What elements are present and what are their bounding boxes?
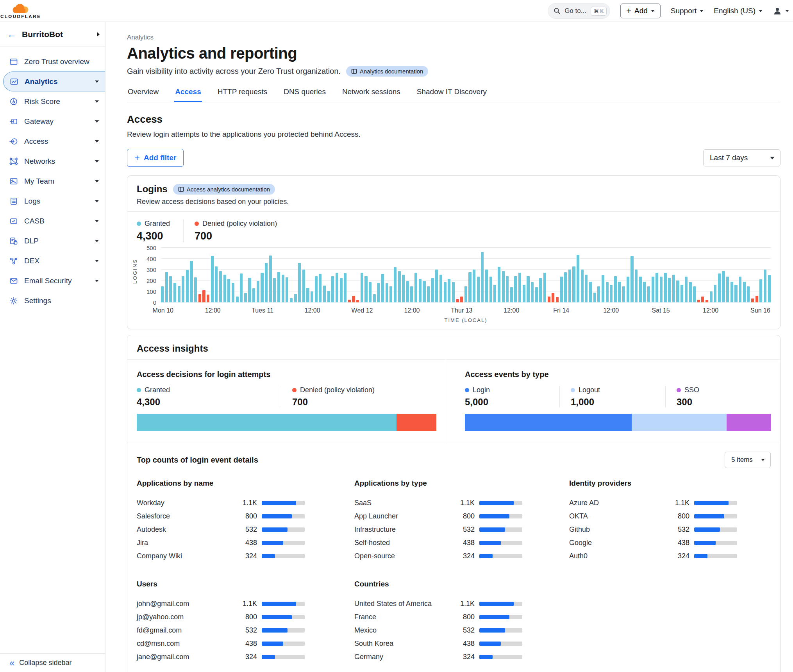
legend-value: 1,000 xyxy=(571,397,652,407)
cloudflare-logo[interactable]: CLOUDFLARE xyxy=(5,3,36,19)
sidebar-item-casb[interactable]: CASB xyxy=(0,211,105,231)
granted-bar xyxy=(502,271,505,302)
row-value: 532 xyxy=(668,525,689,534)
granted-bar xyxy=(219,271,222,302)
top-counts-title: Top counts of login event details xyxy=(137,456,258,465)
row-progress-fill xyxy=(479,655,493,659)
table-row: Germany324 xyxy=(354,650,522,663)
x-tick-label: Sat 15 xyxy=(652,307,670,314)
x-tick-label: 12:00 xyxy=(703,307,718,314)
row-progress-track xyxy=(479,602,522,606)
sidebar-item-risk-score[interactable]: Risk Score xyxy=(0,91,105,111)
granted-bar xyxy=(527,276,529,302)
back-arrow-icon[interactable]: ← xyxy=(7,30,16,39)
granted-bar xyxy=(602,275,604,302)
row-progress-track xyxy=(262,514,305,518)
casb-icon xyxy=(9,217,18,225)
global-search[interactable]: Go to... ⌘ K xyxy=(548,3,610,19)
sidebar-item-email-security[interactable]: Email Security xyxy=(0,271,105,291)
sidebar-item-gateway[interactable]: Gateway xyxy=(0,111,105,131)
access-section-description: Review login attempts to the application… xyxy=(127,130,780,139)
granted-bar xyxy=(680,285,683,302)
granted-bar xyxy=(743,282,746,302)
granted-bar xyxy=(277,272,280,302)
y-tick-label: 500 xyxy=(137,245,156,251)
legend-label: SSO xyxy=(684,386,699,394)
tab-http-requests[interactable]: HTTP requests xyxy=(217,85,268,102)
granted-bar xyxy=(186,270,189,302)
chart-icon xyxy=(10,77,18,86)
access-section-title: Access xyxy=(127,113,780,125)
tab-dns-queries[interactable]: DNS queries xyxy=(283,85,327,102)
account-menu[interactable] xyxy=(773,6,789,16)
table-row: Company Wiki324 xyxy=(137,549,305,563)
chevron-down-icon xyxy=(95,240,99,242)
table-row: fd@gmail.com532 xyxy=(137,624,305,637)
row-value: 324 xyxy=(236,552,257,560)
row-progress-track xyxy=(262,554,305,558)
row-label: Autodesk xyxy=(137,525,236,534)
x-tick-label: Fri 14 xyxy=(553,307,569,314)
granted-bar xyxy=(178,286,180,302)
table-row: Mexico532 xyxy=(354,624,522,637)
denied-bar xyxy=(356,300,359,302)
sidebar-item-networks[interactable]: Networks xyxy=(0,151,105,171)
sidebar-item-dex[interactable]: DEX xyxy=(0,251,105,271)
tab-overview[interactable]: Overview xyxy=(127,85,159,102)
row-value: 532 xyxy=(454,525,475,534)
denied-bar xyxy=(556,297,559,302)
language-menu[interactable]: English (US) xyxy=(714,7,763,15)
table-row: Github532 xyxy=(569,523,737,536)
granted-bar xyxy=(622,286,625,302)
sidebar-item-settings[interactable]: Settings xyxy=(0,291,105,311)
chevron-right-icon[interactable] xyxy=(97,32,100,37)
row-progress-track xyxy=(262,527,305,532)
legend-group-denied-policy-violation-: Denied (policy violation)700 xyxy=(292,386,436,407)
tab-shadow-it-discovery[interactable]: Shadow IT Discovery xyxy=(416,85,488,102)
sidebar-item-analytics[interactable]: Analytics xyxy=(3,71,105,91)
y-tick-label: 100 xyxy=(137,288,156,295)
row-value: 1.1K xyxy=(454,600,475,608)
team-icon xyxy=(9,177,18,186)
granted-bar xyxy=(435,270,438,302)
granted-bar xyxy=(718,273,721,302)
granted-bar xyxy=(169,276,172,302)
row-progress-track xyxy=(262,655,305,659)
row-progress-fill xyxy=(479,602,514,606)
table-row: South Korea438 xyxy=(354,637,522,650)
row-label: Open-source xyxy=(354,552,454,560)
collapse-sidebar-button[interactable]: « Collapse sidebar xyxy=(0,653,105,672)
granted-bar xyxy=(630,256,633,302)
row-label: cd@msn.com xyxy=(137,640,236,648)
granted-bar xyxy=(485,270,488,302)
tab-access[interactable]: Access xyxy=(174,85,202,102)
granted-bar xyxy=(593,293,596,302)
time-range-select[interactable]: Last 7 days xyxy=(703,149,780,166)
sidebar-item-logs[interactable]: Logs xyxy=(0,191,105,211)
row-progress-track xyxy=(479,628,522,633)
tab-network-sessions[interactable]: Network sessions xyxy=(341,85,401,102)
sidebar-item-my-team[interactable]: My Team xyxy=(0,171,105,191)
access-analytics-documentation-badge[interactable]: Access analytics documentation xyxy=(173,184,275,195)
denied-bar xyxy=(751,298,754,302)
stack-segment-logout xyxy=(632,414,727,431)
support-menu[interactable]: Support xyxy=(671,7,704,15)
add-button[interactable]: + Add xyxy=(620,4,661,18)
search-shortcut-badge: ⌘ K xyxy=(591,7,607,16)
x-axis-label: TIME (LOCAL) xyxy=(161,317,771,323)
table-row: Open-source324 xyxy=(354,549,522,563)
chevron-down-icon xyxy=(95,180,99,182)
granted-bar xyxy=(477,277,480,302)
sidebar-item-dlp[interactable]: DLP xyxy=(0,231,105,251)
sidebar-item-zero-trust-overview[interactable]: Zero Trust overview xyxy=(0,52,105,71)
items-count-select[interactable]: 5 items xyxy=(725,452,771,468)
row-value: 438 xyxy=(236,640,257,648)
sidebar-item-access[interactable]: Access xyxy=(0,131,105,151)
granted-bar xyxy=(734,285,737,302)
legend-dot xyxy=(465,388,469,392)
granted-bar xyxy=(211,256,214,302)
add-filter-button[interactable]: + Add filter xyxy=(127,149,184,167)
row-progress-fill xyxy=(262,628,288,633)
events-panel: Access events by type Login5,000Logout1,… xyxy=(446,360,780,443)
analytics-documentation-badge[interactable]: Analytics documentation xyxy=(346,66,429,77)
